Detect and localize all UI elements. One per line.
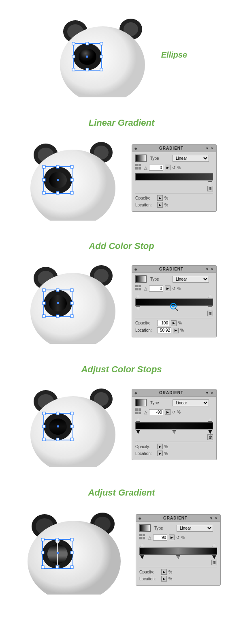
color-swatch-3[interactable] [135, 275, 147, 283]
location-label-3: Location: [135, 328, 156, 333]
location-arrow-4[interactable]: ▶ [157, 451, 163, 456]
opacity-input-3[interactable] [157, 320, 169, 326]
section-2-content: ◆ GRADIENT ▼ ✕ Type Linear Radial [0, 135, 243, 221]
opacity-arrow-4[interactable]: ▶ [157, 444, 163, 449]
panel-close-icon-5[interactable]: ✕ [215, 516, 218, 520]
delete-stop-5[interactable]: 🗑 [211, 560, 217, 565]
angle-arrow-5[interactable]: ▶ [169, 535, 175, 540]
angle-input-2[interactable] [149, 165, 163, 171]
svg-rect-57 [135, 288, 138, 290]
angle-arrow-4[interactable]: ▶ [165, 409, 171, 415]
svg-rect-69 [43, 412, 45, 415]
gradient-panel-5: ◆ GRADIENT ▼ ✕ Type Linear [136, 514, 221, 586]
opacity-label-3: Opacity: [135, 321, 156, 325]
color-swatch-5[interactable] [139, 524, 151, 532]
svg-rect-56 [139, 285, 141, 287]
stop-bottom-right-5[interactable] [212, 555, 216, 559]
color-swatch-2[interactable] [135, 155, 147, 162]
angle-arrow-2[interactable]: ▶ [165, 165, 171, 170]
panel-menu-icon-2[interactable]: ▼ [205, 146, 209, 150]
percent-2: % [177, 165, 197, 170]
location-pct-4: % [164, 451, 185, 456]
panel-menu-icon-5[interactable]: ▼ [209, 516, 213, 520]
svg-rect-37 [139, 167, 141, 170]
opacity-row-5: Opacity: ▶ % [139, 569, 217, 575]
delete-row-2: 🗑 [135, 186, 213, 191]
svg-rect-96 [56, 538, 59, 541]
stop-bottom-middle-4[interactable] [172, 430, 176, 434]
stop-bottom-middle-5[interactable] [176, 555, 180, 559]
stop-bottom-left-5[interactable] [140, 555, 144, 559]
panda-svg-1 [56, 12, 153, 97]
location-pct-3: % [180, 328, 200, 333]
color-swatch-4[interactable] [135, 399, 147, 406]
svg-rect-30 [43, 191, 45, 194]
svg-rect-74 [43, 438, 45, 441]
gradient-bar-2[interactable] [135, 173, 213, 180]
type-label-4: Type [150, 401, 171, 405]
stop-bottom-right-3[interactable] [208, 306, 212, 310]
section-adjust-color-stops: Adjust Color Stops [0, 352, 243, 475]
delete-stop-4[interactable]: 🗑 [207, 434, 213, 440]
top-stops-5 [139, 543, 217, 547]
gradient-panel-4: ◆ GRADIENT ▼ ✕ Type Linear [132, 389, 217, 460]
ellipse-label: Ellipse [161, 50, 187, 60]
stop-top-left-5[interactable] [140, 543, 144, 547]
type-select-4[interactable]: Linear [173, 399, 209, 406]
location-row-5: Location: ▶ % [139, 576, 217, 582]
gradient-bar-4[interactable] [135, 422, 213, 429]
angle-arrow-3[interactable]: ▶ [165, 286, 171, 291]
opacity-row-3: Opacity: ▶ % [135, 320, 213, 326]
stop-top-left-3[interactable] [136, 294, 140, 298]
type-select-3[interactable]: Linear [173, 276, 209, 283]
delete-stop-3[interactable]: 🗑 [207, 311, 213, 316]
section-add-color-stop: Add Color Stop [0, 229, 243, 352]
opacity-arrow-3[interactable]: ▶ [171, 320, 177, 326]
type-select-5[interactable]: Linear [177, 525, 213, 532]
stop-top-right-4[interactable] [208, 418, 212, 422]
adjust-gradient-title: Adjust Gradient [88, 487, 155, 498]
angle-sym-5: △ [148, 535, 151, 540]
adjust-color-stops-title: Adjust Color Stops [81, 364, 162, 375]
location-arrow-3[interactable]: ▶ [173, 328, 179, 333]
panel-close-icon-4[interactable]: ✕ [211, 391, 214, 395]
stop-bottom-left-3[interactable] [136, 306, 140, 310]
panel-menu-icon-3[interactable]: ▼ [205, 267, 209, 271]
stop-top-right-5[interactable] [212, 543, 216, 547]
panel-menu-icon-4[interactable]: ▼ [205, 391, 209, 395]
angle-link-2[interactable]: ↺ [172, 165, 175, 170]
stop-marker-right-2[interactable] [208, 181, 212, 185]
type-row-3: Type Linear [135, 275, 213, 283]
location-arrow-5[interactable]: ▶ [161, 576, 167, 582]
add-stop-cursor-3 [170, 303, 179, 312]
type-row-4: Type Linear [135, 399, 213, 406]
angle-link-3[interactable]: ↺ [172, 286, 175, 291]
delete-stop-2[interactable]: 🗑 [207, 186, 213, 191]
angle-input-3[interactable] [149, 286, 163, 292]
delete-row-5: 🗑 [139, 560, 217, 565]
gradient-bar-5[interactable] [139, 547, 217, 555]
svg-rect-102 [70, 566, 73, 569]
angle-input-4[interactable] [149, 409, 163, 415]
location-input-3[interactable] [157, 327, 171, 333]
type-select-2[interactable]: Linear Radial [173, 155, 209, 162]
svg-rect-28 [43, 178, 45, 181]
angle-link-5[interactable]: ↺ [176, 535, 179, 540]
stop-top-right-3[interactable] [208, 294, 212, 298]
top-stops-3 [135, 294, 213, 298]
svg-rect-8 [72, 42, 75, 45]
panel-close-icon-3[interactable]: ✕ [211, 267, 214, 271]
panel-close-icon-2[interactable]: ✕ [211, 146, 214, 150]
angle-input-5[interactable] [153, 535, 167, 541]
opacity-arrow-5[interactable]: ▶ [161, 569, 167, 575]
angle-link-4[interactable]: ↺ [172, 410, 175, 414]
stop-top-left-4[interactable] [136, 418, 140, 422]
stop-bottom-left-4[interactable] [136, 430, 140, 434]
panel-body-4: Type Linear △ ▶ ↺ % [132, 397, 216, 460]
stop-bottom-right-4[interactable] [208, 430, 212, 434]
svg-rect-100 [41, 566, 44, 569]
top-stops-4 [135, 418, 213, 422]
svg-rect-105 [143, 534, 145, 536]
location-arrow-2[interactable]: ▶ [157, 202, 163, 208]
opacity-arrow-2[interactable]: ▶ [157, 195, 163, 201]
